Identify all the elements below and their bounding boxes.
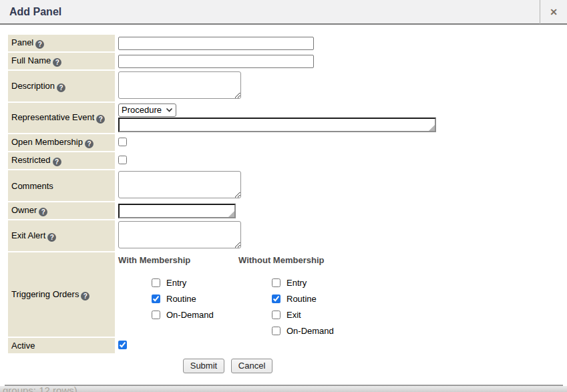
open-membership-checkbox[interactable] — [118, 138, 127, 146]
without-exit-option[interactable]: Exit — [272, 310, 359, 320]
without-on-demand-option[interactable]: On-Demand — [272, 326, 359, 336]
table-row: Exit Alert? — [8, 220, 437, 251]
owner-label: Owner — [11, 205, 37, 215]
help-icon[interactable]: ? — [35, 40, 44, 49]
help-icon[interactable]: ? — [96, 115, 105, 124]
triggering-orders-label: Triggering Orders — [11, 289, 79, 299]
open-membership-label: Open Membership — [11, 137, 83, 147]
table-row: Active — [8, 338, 437, 353]
restricted-label-cell: Restricted? — [8, 152, 115, 169]
resize-grip-icon — [228, 211, 234, 217]
help-icon[interactable]: ? — [53, 158, 61, 166]
with-membership-column: With Membership Entry Routine — [118, 254, 238, 336]
without-entry-checkbox[interactable] — [272, 278, 280, 287]
table-row: Comments — [8, 170, 437, 201]
triggering-orders-group: With Membership Entry Routine — [118, 254, 436, 336]
comments-label: Comments — [11, 181, 53, 191]
resize-grip-icon — [429, 125, 435, 131]
full-name-label-cell: Full Name? — [8, 53, 115, 69]
table-row: Full Name? — [8, 53, 437, 69]
open-membership-label-cell: Open Membership? — [8, 134, 115, 151]
comments-textarea[interactable] — [118, 171, 241, 198]
table-row: Restricted? — [8, 152, 437, 169]
owner-input[interactable] — [120, 205, 234, 217]
selected-option-label: Procedure — [122, 105, 162, 115]
panel-input[interactable] — [118, 37, 314, 50]
table-row: Panel? — [8, 35, 437, 51]
option-label: Entry — [287, 278, 307, 288]
without-membership-column: Without Membership Entry Routine — [238, 254, 359, 336]
option-label: On-Demand — [166, 310, 214, 320]
with-entry-option[interactable]: Entry — [152, 278, 238, 288]
owner-input-wrap — [118, 204, 236, 218]
triggering-orders-label-cell: Triggering Orders? — [8, 252, 115, 337]
representative-event-type-select[interactable]: Procedure — [118, 104, 176, 117]
representative-event-label: Representative Event — [11, 112, 94, 122]
description-textarea[interactable] — [118, 71, 241, 99]
with-routine-option[interactable]: Routine — [152, 294, 238, 304]
owner-label-cell: Owner? — [8, 202, 115, 219]
restricted-label: Restricted — [11, 155, 51, 165]
table-row: Open Membership? — [8, 134, 437, 151]
active-label: Active — [11, 341, 35, 351]
panel-label: Panel — [11, 37, 33, 47]
description-label-cell: Description? — [8, 71, 115, 102]
table-row: Triggering Orders? With Membership Entry — [8, 252, 437, 337]
table-row: Representative Event? Procedure — [8, 103, 437, 133]
add-panel-form: Panel? Full Name? Description? R — [8, 33, 437, 355]
with-on-demand-option[interactable]: On-Demand — [152, 310, 238, 320]
help-icon[interactable]: ? — [57, 83, 65, 92]
with-entry-checkbox[interactable] — [152, 278, 160, 287]
option-label: On-Demand — [287, 326, 334, 336]
representative-event-input[interactable] — [120, 119, 435, 131]
with-membership-header: With Membership — [118, 254, 238, 265]
submit-button[interactable]: Submit — [183, 359, 224, 373]
exit-alert-label-cell: Exit Alert? — [8, 220, 115, 251]
description-label: Description — [11, 81, 55, 91]
comments-label-cell: Comments — [8, 170, 115, 201]
full-name-label: Full Name — [11, 55, 51, 65]
without-entry-option[interactable]: Entry — [272, 278, 359, 288]
full-name-input[interactable] — [118, 55, 314, 68]
restricted-checkbox[interactable] — [118, 156, 127, 164]
cancel-button[interactable]: Cancel — [231, 359, 272, 373]
active-checkbox[interactable] — [118, 341, 127, 349]
help-icon[interactable]: ? — [47, 233, 56, 242]
option-label: Routine — [166, 294, 196, 304]
help-icon[interactable]: ? — [39, 208, 47, 216]
without-exit-checkbox[interactable] — [272, 311, 280, 319]
close-button[interactable]: ✕ — [540, 0, 567, 24]
without-routine-option[interactable]: Routine — [272, 294, 359, 304]
table-row: Owner? — [8, 202, 437, 219]
dialog-bottom-edge — [5, 385, 563, 386]
close-icon: ✕ — [550, 7, 558, 17]
help-icon[interactable]: ? — [53, 58, 61, 67]
exit-alert-textarea[interactable] — [118, 221, 241, 248]
without-membership-header: Without Membership — [238, 254, 359, 265]
representative-event-label-cell: Representative Event? — [8, 103, 115, 133]
option-label: Entry — [166, 278, 186, 288]
with-routine-checkbox[interactable] — [152, 295, 160, 303]
add-panel-dialog: Add Panel ✕ Panel? Full Name? Descriptio… — [0, 0, 567, 385]
chevron-down-icon — [166, 108, 172, 112]
panel-label-cell: Panel? — [8, 35, 115, 51]
with-on-demand-checkbox[interactable] — [152, 311, 160, 319]
dialog-header: Add Panel ✕ — [0, 0, 567, 25]
help-icon[interactable]: ? — [85, 140, 93, 148]
help-icon[interactable]: ? — [81, 292, 89, 301]
without-on-demand-checkbox[interactable] — [272, 327, 280, 335]
active-label-cell: Active — [8, 338, 115, 353]
background-strip — [0, 386, 567, 392]
exit-alert-label: Exit Alert — [11, 230, 45, 240]
table-row: Description? — [8, 71, 437, 102]
page-title: Add Panel — [9, 6, 540, 18]
without-routine-checkbox[interactable] — [272, 295, 280, 303]
option-label: Exit — [287, 310, 301, 320]
representative-event-input-wrap — [118, 118, 436, 132]
option-label: Routine — [287, 294, 317, 304]
form-actions: Submit Cancel — [8, 359, 447, 373]
